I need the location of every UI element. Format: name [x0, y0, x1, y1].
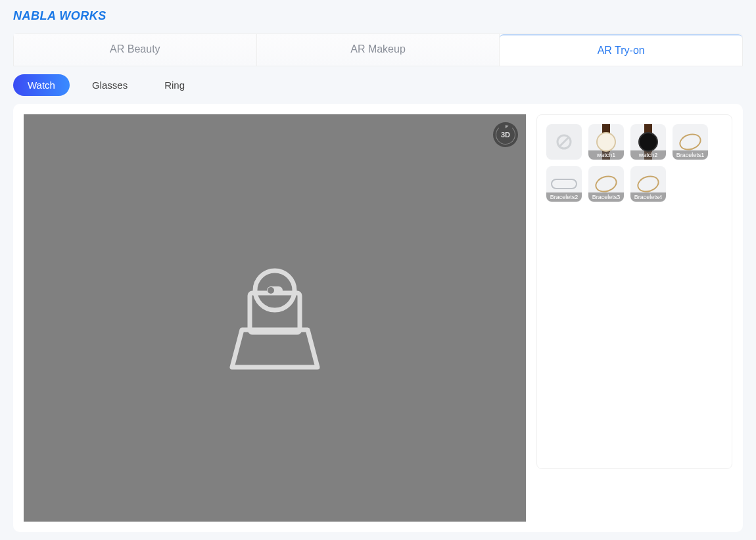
tab-label: AR Makeup [350, 43, 406, 55]
thumb-label: watch2 [630, 150, 666, 160]
svg-marker-0 [232, 330, 318, 367]
thumb-watch2[interactable]: watch2 [630, 124, 666, 160]
svg-point-4 [268, 287, 274, 294]
thumb-label: watch1 [588, 150, 624, 160]
thumb-watch1[interactable]: watch1 [588, 124, 624, 160]
thumb-label: Bracelets2 [546, 192, 582, 202]
tab-label: AR Try-on [598, 45, 645, 56]
preview-area: 3D [24, 114, 526, 522]
thumb-label: Bracelets4 [630, 192, 666, 202]
thumb-label: Bracelets3 [588, 192, 624, 202]
thumb-label: Bracelets1 [673, 150, 708, 160]
thumb-bracelets4[interactable]: Bracelets4 [630, 166, 666, 202]
thumb-bracelets1[interactable]: Bracelets1 [673, 124, 708, 160]
tab-ar-makeup[interactable]: AR Makeup [257, 34, 500, 66]
thumbnail-grid: watch1watch2Bracelets1Bracelets2Bracelet… [546, 124, 722, 202]
content-card: 3D watch1watch2Bracelets1Bracelets2Brace… [13, 104, 743, 532]
thumb-bracelets2[interactable]: Bracelets2 [546, 166, 582, 202]
brand-logo: NABLA WORKS [8, 5, 748, 28]
tab-label: AR Beauty [110, 43, 160, 55]
thumb-bracelets3[interactable]: Bracelets3 [588, 166, 624, 202]
pill-glasses[interactable]: Glasses [78, 74, 142, 96]
category-pills: WatchGlassesRing [8, 66, 748, 99]
top-tabs: AR BeautyAR MakeupAR Try-on [13, 34, 743, 66]
tab-ar-tryon[interactable]: AR Try-on [500, 34, 742, 66]
tab-ar-beauty[interactable]: AR Beauty [14, 34, 257, 66]
none-icon [555, 133, 573, 150]
pill-ring[interactable]: Ring [150, 74, 199, 96]
thumb-none[interactable] [546, 124, 582, 160]
items-panel: watch1watch2Bracelets1Bracelets2Bracelet… [536, 114, 732, 469]
camera-placeholder-icon [216, 259, 334, 377]
view-3d-button[interactable]: 3D [493, 122, 518, 147]
svg-line-6 [559, 137, 569, 146]
pill-watch[interactable]: Watch [13, 74, 70, 96]
